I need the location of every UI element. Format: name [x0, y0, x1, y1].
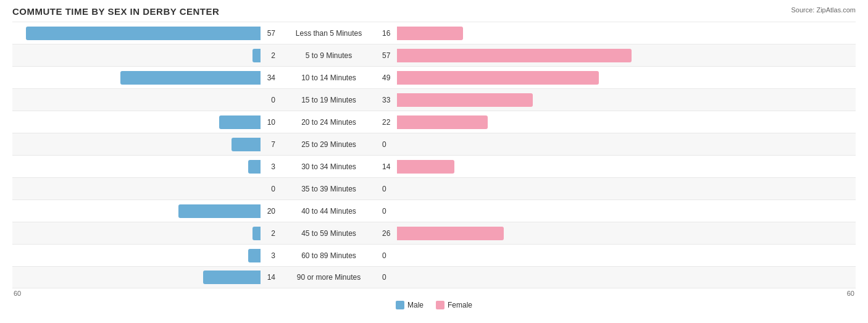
bar-male [248, 249, 261, 262]
table-row: 0 35 to 39 Minutes 0 [12, 177, 856, 199]
left-section: 20 [12, 200, 278, 222]
female-value: 0 [380, 140, 397, 149]
male-value: 0 [261, 96, 278, 104]
left-section: 3 [12, 156, 278, 177]
bar-male [248, 160, 261, 174]
left-section: 0 [12, 178, 278, 199]
legend-male: Male [396, 301, 424, 309]
female-value: 33 [380, 96, 397, 104]
table-row: 3 30 to 34 Minutes 14 [12, 155, 856, 177]
bar-female [397, 115, 488, 129]
left-section: 0 [12, 89, 278, 111]
bar-male [178, 204, 261, 218]
bar-male [219, 115, 261, 129]
male-value: 10 [261, 118, 278, 127]
female-bar-wrap [397, 138, 632, 151]
male-value: 2 [261, 229, 278, 238]
female-bar-wrap [397, 249, 632, 262]
female-value: 0 [380, 185, 397, 193]
female-bar-wrap [397, 227, 632, 240]
axis-left: 60 [14, 290, 21, 297]
male-value: 20 [261, 207, 278, 216]
right-section: 0 [380, 133, 645, 155]
left-section: 34 [12, 67, 278, 88]
source-text: Source: ZipAtlas.com [791, 6, 856, 14]
male-bar-wrap [26, 182, 261, 196]
female-value: 57 [380, 51, 397, 60]
bar-female [397, 160, 454, 174]
table-row: 7 25 to 29 Minutes 0 [12, 133, 856, 155]
female-value: 22 [380, 118, 397, 127]
legend-female-box [436, 301, 444, 309]
table-row: 57 Less than 5 Minutes 16 [12, 22, 856, 44]
female-bar-wrap [397, 271, 632, 284]
male-value: 0 [261, 185, 278, 193]
right-section: 57 [380, 44, 645, 66]
chart-container: COMMUTE TIME BY SEX IN DERBY CENTER Sour… [0, 0, 868, 323]
legend-male-box [396, 301, 404, 309]
bar-male [252, 227, 261, 240]
table-row: 14 90 or more Minutes 0 [12, 266, 856, 288]
right-section: 26 [380, 222, 645, 244]
left-section: 57 [12, 22, 278, 44]
male-bar-wrap [26, 27, 261, 40]
bar-female [397, 93, 533, 107]
female-bar-wrap [397, 71, 632, 85]
table-row: 2 5 to 9 Minutes 57 [12, 44, 856, 66]
male-value: 57 [261, 29, 278, 38]
left-section: 2 [12, 44, 278, 66]
row-label: 10 to 14 Minutes [278, 73, 380, 82]
bar-female [397, 27, 463, 40]
female-value: 0 [380, 251, 397, 260]
female-bar-wrap [397, 204, 632, 218]
male-value: 7 [261, 140, 278, 149]
female-value: 0 [380, 207, 397, 216]
legend-male-label: Male [407, 301, 424, 309]
right-section: 33 [380, 89, 645, 111]
bar-male [232, 138, 261, 151]
male-bar-wrap [26, 93, 261, 107]
left-section: 2 [12, 222, 278, 244]
female-bar-wrap [397, 160, 632, 174]
axis-right: 60 [847, 290, 854, 297]
table-row: 0 15 to 19 Minutes 33 [12, 88, 856, 111]
right-section: 16 [380, 22, 645, 44]
male-bar-wrap [26, 204, 261, 218]
female-bar-wrap [397, 115, 632, 129]
male-bar-wrap [26, 138, 261, 151]
row-label: 30 to 34 Minutes [278, 162, 380, 171]
female-value: 26 [380, 229, 397, 238]
right-section: 22 [380, 111, 645, 133]
table-row: 2 45 to 59 Minutes 26 [12, 222, 856, 244]
row-label: 35 to 39 Minutes [278, 185, 380, 193]
female-bar-wrap [397, 182, 632, 196]
left-section: 10 [12, 111, 278, 133]
bar-female [397, 71, 599, 85]
row-label: 15 to 19 Minutes [278, 96, 380, 104]
right-section: 0 [380, 200, 645, 222]
male-bar-wrap [26, 160, 261, 174]
left-section: 3 [12, 245, 278, 266]
female-bar-wrap [397, 27, 632, 40]
row-label: 20 to 24 Minutes [278, 118, 380, 127]
female-value: 0 [380, 273, 397, 282]
row-label: 60 to 89 Minutes [278, 251, 380, 260]
axis-labels: 60 60 [12, 290, 856, 297]
female-value: 14 [380, 162, 397, 171]
right-section: 0 [380, 178, 645, 199]
row-label: 40 to 44 Minutes [278, 207, 380, 216]
male-bar-wrap [26, 71, 261, 85]
male-bar-wrap [26, 115, 261, 129]
chart-title: COMMUTE TIME BY SEX IN DERBY CENTER [12, 6, 856, 17]
male-bar-wrap [26, 49, 261, 62]
bar-male [26, 27, 261, 40]
bar-male [252, 49, 261, 62]
legend-area: Male Female [12, 301, 856, 309]
row-label: Less than 5 Minutes [278, 29, 380, 38]
male-bar-wrap [26, 227, 261, 240]
right-section: 49 [380, 67, 645, 88]
female-value: 16 [380, 29, 397, 38]
table-row: 3 60 to 89 Minutes 0 [12, 244, 856, 266]
left-section: 14 [12, 267, 278, 288]
female-value: 49 [380, 73, 397, 82]
